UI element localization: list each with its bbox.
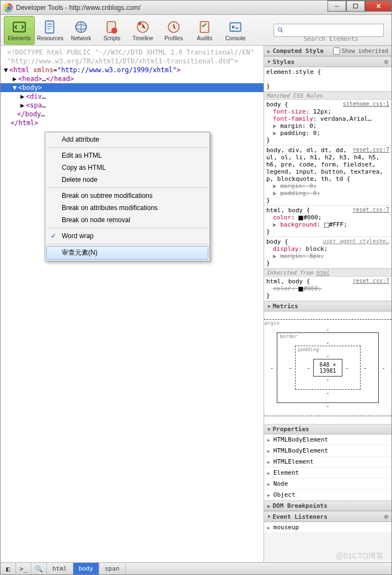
section-metrics[interactable]: ▼Metrics xyxy=(264,301,391,311)
source-link[interactable]: sitehome.css:1 xyxy=(343,101,389,107)
dom-tree-panel[interactable]: <!DOCTYPE html PUBLIC "-//W3C//DTD XHTML… xyxy=(1,46,264,562)
chrome-icon xyxy=(4,3,13,12)
ctx-separator xyxy=(47,228,208,228)
prop-item[interactable]: HTMLElement xyxy=(264,456,391,467)
network-icon xyxy=(73,19,89,35)
source-link[interactable]: reset.css:7 xyxy=(353,278,389,284)
prop-item[interactable]: Object xyxy=(264,490,391,501)
tab-resources[interactable]: Resources xyxy=(35,16,66,45)
prop-item[interactable]: Node xyxy=(264,479,391,490)
svg-point-11 xyxy=(278,28,282,31)
section-properties[interactable]: ▼Properties xyxy=(264,424,391,434)
dom-node-div[interactable]: ▶<div… xyxy=(1,92,264,101)
breadcrumb-html[interactable]: html xyxy=(47,563,73,574)
ctx-inspect-element[interactable]: 审查元素(N) xyxy=(46,246,208,260)
tab-timeline[interactable]: Timeline xyxy=(127,16,158,45)
show-inherited-checkbox[interactable]: Show inherited xyxy=(333,47,388,55)
ctx-add-attribute[interactable]: Add attribute xyxy=(46,133,208,146)
rule-body-sitehome[interactable]: sitehome.css:1 body { font-size: 12px; f… xyxy=(264,100,391,146)
event-listener-item[interactable]: mouseup xyxy=(264,522,391,533)
ctx-break-removal[interactable]: Break on node removal xyxy=(46,214,208,226)
console-toggle-button[interactable]: >_ xyxy=(16,563,31,574)
console-icon xyxy=(228,19,243,35)
color-swatch xyxy=(324,223,329,228)
prop-item[interactable]: HTMLBodyElement xyxy=(264,434,391,445)
source-link: user agent styleshe… xyxy=(323,238,389,244)
breadcrumb-body[interactable]: body xyxy=(73,563,100,574)
ctx-delete-node[interactable]: Delete node xyxy=(46,174,208,186)
svg-point-7 xyxy=(138,22,142,25)
search-button[interactable]: 🔍 xyxy=(31,563,47,574)
ctx-separator xyxy=(47,147,208,148)
elements-icon xyxy=(12,19,27,35)
svg-rect-10 xyxy=(230,23,241,31)
search-box[interactable] xyxy=(273,24,384,37)
maximize-button[interactable]: ☐ xyxy=(346,1,365,12)
gear-icon[interactable]: ⚙ xyxy=(384,513,388,520)
section-computed-style[interactable]: ▶Computed StyleShow inherited xyxy=(264,46,391,56)
tab-network[interactable]: Network xyxy=(66,16,96,45)
timeline-icon xyxy=(135,19,151,35)
context-menu: Add attribute Edit as HTML Copy as HTML … xyxy=(45,132,210,261)
tab-scripts[interactable]: Scripts xyxy=(96,16,127,45)
prop-item[interactable]: Element xyxy=(264,467,391,479)
ctx-copy-as-html[interactable]: Copy as HTML xyxy=(46,162,208,174)
gear-icon[interactable]: ⚙ xyxy=(384,58,388,66)
search-input[interactable] xyxy=(288,26,380,34)
source-link[interactable]: reset.css:7 xyxy=(353,207,389,213)
tab-console[interactable]: Console xyxy=(220,16,251,45)
rule-element-style[interactable]: element.style {} xyxy=(264,67,391,92)
dom-doctype: "http://www.w3.org/TR/xhtml1/DTD/xhtml1-… xyxy=(1,57,264,66)
window-title: Developer Tools - http://www.cnblogs.com… xyxy=(16,4,327,12)
rule-reset-all[interactable]: reset.css:7 body, div, dl, dt, dd, ul, o… xyxy=(264,146,391,206)
metrics-dimensions: 648 × 13981 xyxy=(313,359,342,377)
ctx-break-subtree[interactable]: Break on subtree modifications xyxy=(46,190,208,202)
inherited-header: Inherited from html xyxy=(264,268,391,277)
source-link[interactable]: reset.css:7 xyxy=(353,147,389,153)
scripts-icon xyxy=(104,19,120,35)
dock-button[interactable]: ◧ xyxy=(1,563,16,574)
watermark: @51CTO博客 xyxy=(336,551,384,561)
tab-profiles[interactable]: Profiles xyxy=(158,16,189,45)
svg-rect-9 xyxy=(200,22,208,33)
audits-icon xyxy=(197,19,212,35)
breadcrumb-span[interactable]: span xyxy=(99,563,126,574)
tab-audits[interactable]: Audits xyxy=(189,16,220,45)
section-styles[interactable]: ▼Styles⚙ xyxy=(264,56,391,67)
window-titlebar: Developer Tools - http://www.cnblogs.com… xyxy=(1,1,391,15)
minimize-button[interactable]: ─ xyxy=(327,1,346,12)
ctx-break-attrs[interactable]: Break on attributes modifications xyxy=(46,202,208,214)
rule-body-useragent[interactable]: user agent styleshe… body { display: blo… xyxy=(264,237,391,268)
matched-rules-header: Matched CSS Rules xyxy=(264,92,391,100)
section-event-listeners[interactable]: ▼Event Listeners⚙ xyxy=(264,511,391,522)
search-icon xyxy=(277,26,284,34)
metrics-box-model: margin- - border- - padding- - 648 × 139… xyxy=(264,311,391,424)
dom-node-body-close[interactable]: </body… xyxy=(1,110,264,119)
profiles-icon xyxy=(166,19,181,35)
dom-node-html[interactable]: ▼<html xmlns="http://www.w3.org/1999/xht… xyxy=(1,66,264,74)
ctx-separator xyxy=(47,187,208,188)
properties-list: HTMLBodyElement HTMLBodyElement HTMLElem… xyxy=(264,434,391,501)
ctx-edit-as-html[interactable]: Edit as HTML xyxy=(46,149,208,162)
svg-rect-1 xyxy=(45,21,53,33)
rule-html-body-reset[interactable]: reset.css:7 html, body { color: #000; ▶ … xyxy=(264,206,391,237)
svg-point-5 xyxy=(111,28,117,34)
styles-sidebar[interactable]: ▶Computed StyleShow inherited ▼Styles⚙ e… xyxy=(264,46,391,562)
resources-icon xyxy=(42,19,58,35)
dom-node-head[interactable]: ▶<head>…</head> xyxy=(1,74,264,83)
section-dom-breakpoints[interactable]: ▶DOM Breakpoints xyxy=(264,501,391,511)
ctx-word-wrap[interactable]: Word wrap xyxy=(46,230,208,242)
rule-html-body-inherited[interactable]: reset.css:7 html, body { color: #000; } xyxy=(264,277,391,301)
dom-doctype: <!DOCTYPE html PUBLIC "-//W3C//DTD XHTML… xyxy=(1,48,264,57)
search-label: Search Elements xyxy=(304,35,358,42)
tab-elements[interactable]: Elements xyxy=(4,16,35,45)
ctx-separator xyxy=(47,244,208,244)
close-button[interactable]: ✕ xyxy=(365,1,391,12)
dom-node-span[interactable]: ▶<spa… xyxy=(1,101,264,110)
dom-node-html-close[interactable]: </html> xyxy=(1,119,264,127)
status-bar: ◧ >_ 🔍 html body span xyxy=(1,562,391,574)
prop-item[interactable]: HTMLBodyElement xyxy=(264,445,391,456)
dom-node-body-selected[interactable]: ▼<body> xyxy=(1,83,264,92)
